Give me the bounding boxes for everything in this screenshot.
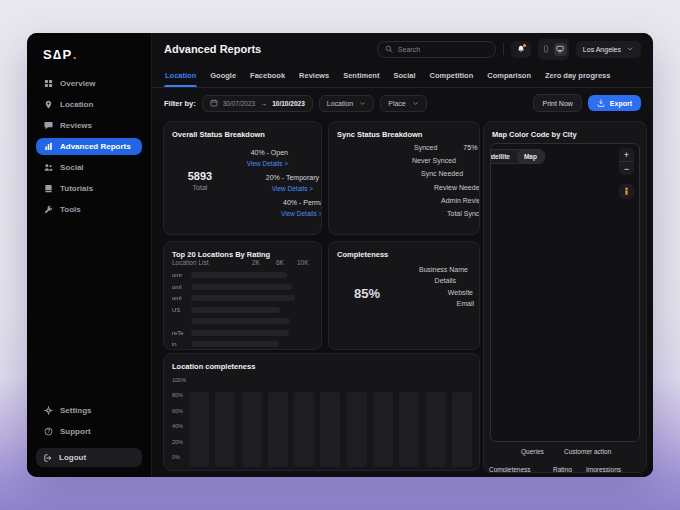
location-label: omr [172, 272, 190, 278]
date-range-picker[interactable]: 30/07/2023 → 10/10/2023 [202, 95, 313, 112]
map-legend-item: Completeness [489, 466, 531, 473]
map-canvas[interactable]: SatelliteMap + − [490, 143, 640, 442]
desktop-background: S∆P. OverviewLocationReviewsAdvanced Rep… [0, 0, 680, 510]
scale-label: 6K [276, 259, 284, 266]
sidebar-item-tools[interactable]: Tools [36, 201, 142, 218]
sidebar-item-tutorials[interactable]: Tutorials [36, 180, 142, 197]
location-selector[interactable]: Los Angeles [576, 41, 641, 58]
search-input[interactable]: Search [377, 41, 496, 58]
desktop-view-button[interactable] [554, 43, 567, 56]
completeness-bar [268, 392, 288, 467]
card-sync-status-breakdown: Sync Status Breakdown Synced75%Never Syn… [328, 121, 480, 235]
chart-icon [44, 142, 53, 151]
sidebar-item-logout[interactable]: Logout [36, 448, 142, 467]
sync-row-label: Sync Needed [421, 170, 463, 177]
view-details-link[interactable]: View Details > [247, 160, 288, 167]
tab-reviews[interactable]: Reviews [298, 71, 330, 87]
tab-facebook[interactable]: Facebook [249, 71, 286, 87]
rating-bar [191, 318, 290, 324]
view-details-link[interactable]: View Details > [281, 210, 322, 217]
filter-dropdown-place[interactable]: Place [380, 95, 427, 112]
phone-icon [542, 45, 550, 53]
zoom-out-button[interactable]: − [619, 162, 634, 175]
export-button[interactable]: Export [588, 95, 641, 111]
filter-dropdown-location[interactable]: Location [319, 95, 374, 112]
sidebar-item-label: Support [60, 427, 91, 436]
pin-icon [44, 100, 53, 109]
tab-sentiment[interactable]: Sentiment [342, 71, 380, 87]
monitor-icon [556, 45, 564, 53]
date-from: 30/07/2023 [223, 100, 256, 107]
sidebar-item-support[interactable]: ?Support [36, 423, 142, 440]
sync-status-row: Review Needed [434, 184, 480, 191]
rating-bar [191, 330, 289, 336]
notifications-button[interactable] [511, 41, 531, 58]
app-window: S∆P. OverviewLocationReviewsAdvanced Rep… [27, 33, 653, 477]
sidebar-item-label: Overview [60, 79, 96, 88]
y-axis-tick: 80% [172, 392, 183, 398]
sync-status-row: Sync Needed [421, 170, 480, 177]
map-type-satellite-button[interactable]: Satellite [490, 150, 517, 163]
sidebar-item-reviews[interactable]: Reviews [36, 117, 142, 134]
print-now-button[interactable]: Print Now [533, 94, 581, 112]
reviews-icon [44, 121, 53, 130]
sync-row-label: Admin Review [441, 197, 480, 204]
card-title: Top 20 Locations By Rating [172, 250, 270, 259]
tab-competition[interactable]: Competition [429, 71, 475, 87]
main-area: Advanced Reports Search Los Angeles [152, 33, 653, 477]
street-view-pegman[interactable] [619, 184, 634, 199]
grid-icon [44, 79, 53, 88]
bar-chart-plot [189, 354, 472, 467]
download-icon [597, 99, 605, 107]
svg-text:?: ? [47, 429, 50, 434]
card-title: Sync Status Breakdown [337, 130, 422, 139]
completeness-bar [320, 392, 340, 467]
tab-social[interactable]: Social [392, 71, 416, 87]
filter-dropdowns: LocationPlace [319, 95, 427, 112]
logo-dot-accent: . [73, 47, 77, 62]
zoom-in-button[interactable]: + [619, 148, 634, 161]
completeness-bar [215, 392, 235, 467]
map-type-map-button[interactable]: Map [517, 150, 544, 163]
mobile-view-button[interactable] [540, 43, 553, 56]
sync-row-label: Synced [414, 144, 437, 151]
sync-row-value: 75% [463, 144, 477, 151]
chevron-down-icon [359, 100, 366, 107]
y-axis-tick: 60% [172, 408, 183, 414]
top-bar: Advanced Reports Search Los Angeles [152, 33, 653, 65]
dropdown-label: Place [388, 100, 406, 107]
dropdown-label: Location [327, 100, 353, 107]
sidebar-nav: OverviewLocationReviewsAdvanced ReportsS… [36, 75, 142, 222]
sidebar-item-settings[interactable]: Settings [36, 402, 142, 419]
tab-zero-day-progress[interactable]: Zero day progress [544, 71, 611, 87]
sidebar-item-social[interactable]: Social [36, 159, 142, 176]
location-label: oml [172, 284, 190, 290]
map-type-toggle: SatelliteMap [490, 149, 545, 164]
dashboard-content: Overall Status Breakdown 5893 Total 40% … [152, 118, 653, 477]
tab-comparison[interactable]: Comparison [486, 71, 532, 87]
view-details-link[interactable]: View Details > [272, 185, 313, 192]
location-label: oml [172, 295, 190, 301]
completeness-field-label: Details [435, 277, 456, 284]
sync-row-label: Review Needed [434, 184, 480, 191]
book-icon [44, 184, 53, 193]
sidebar-item-advanced-reports[interactable]: Advanced Reports [36, 138, 142, 155]
calendar-icon [210, 99, 218, 107]
status-entry-label: 20% - Temporary [266, 174, 319, 181]
filter-label: Filter by: [164, 99, 196, 108]
sidebar: S∆P. OverviewLocationReviewsAdvanced Rep… [27, 33, 152, 477]
completeness-bar [242, 392, 262, 467]
date-to: 10/10/2023 [272, 100, 305, 107]
y-axis-tick: 20% [172, 439, 183, 445]
completeness-field-label: Website [448, 289, 473, 296]
chevron-down-icon [626, 45, 634, 53]
tab-location[interactable]: Location [164, 71, 197, 87]
device-toggle [538, 39, 569, 60]
sidebar-item-overview[interactable]: Overview [36, 75, 142, 92]
sidebar-item-location[interactable]: Location [36, 96, 142, 113]
chevron-down-icon [412, 100, 419, 107]
location-label: reTe [172, 330, 190, 336]
tab-google[interactable]: Google [209, 71, 237, 87]
y-axis-tick: 0% [172, 454, 180, 460]
y-axis-tick: 40% [172, 423, 183, 429]
